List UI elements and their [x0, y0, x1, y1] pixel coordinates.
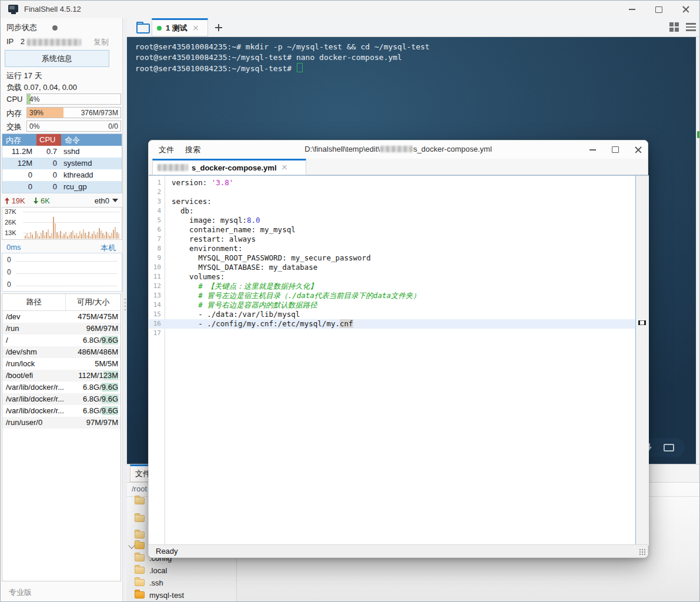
tab-close-icon[interactable]	[193, 25, 199, 31]
process-mem: 11.2M	[2, 146, 36, 158]
disk-row[interactable]: /var/lib/docker/r...6.8G/9.6G	[2, 405, 120, 417]
network-bar	[44, 235, 45, 239]
new-tab-button[interactable]	[214, 23, 223, 32]
line-number: 12	[149, 282, 161, 291]
process-row[interactable]: 12M0systemd	[2, 158, 122, 169]
disk-size-value: 97M/97M	[86, 418, 118, 427]
layout-grid-icon[interactable]	[669, 22, 679, 32]
terminal-line: root@ser435010084235:~# mkdir -p ~/mysql…	[135, 42, 430, 52]
maximize-button[interactable]	[645, 1, 672, 18]
ip-value-prefix: 2	[21, 37, 25, 46]
process-row[interactable]: 00kthreadd	[2, 169, 122, 181]
editor-maximize-button[interactable]	[612, 146, 619, 153]
editor-menu-item[interactable]: 搜索	[185, 145, 200, 155]
code-text: - ./config/my.cnf:/etc/mysql/my.cnf	[172, 319, 353, 329]
copy-ip-link[interactable]: 复制	[93, 37, 109, 48]
editor-scrollbar[interactable]	[635, 176, 649, 546]
disk-path: /dev	[2, 311, 66, 323]
main-menu-icon[interactable]	[686, 23, 696, 31]
code-token: '3.8'	[212, 178, 234, 187]
code-token: restart: always	[172, 235, 256, 243]
network-bar	[39, 236, 40, 239]
process-row[interactable]: 11.2M0.7sshd	[2, 146, 122, 158]
file-tree-item[interactable]: .local	[127, 564, 236, 577]
disk-row[interactable]: /dev475M/475M	[2, 311, 120, 323]
network-bar	[35, 231, 36, 239]
path-bar[interactable]: /root	[132, 484, 147, 493]
connections-button[interactable]	[133, 21, 153, 35]
disk-row[interactable]: /run96M/97M	[2, 323, 120, 335]
code-line: 4 db:	[149, 206, 635, 216]
ping-row: 0	[2, 280, 122, 289]
code-line: 3services:	[149, 197, 635, 206]
network-bar	[67, 236, 68, 239]
terminal-line: root@ser435010084235:~/mysql-test# nano …	[135, 52, 430, 63]
editor-content[interactable]: 1version: '3.8'23services:4 db:5 image: …	[149, 175, 649, 546]
system-info-button[interactable]: 系统信息	[5, 50, 109, 67]
code-token: container_name: my_mysql	[172, 225, 296, 234]
code-token: 8.0	[247, 216, 260, 225]
editor-minimize-button[interactable]	[590, 149, 596, 150]
editor-tab-close-icon[interactable]	[282, 165, 287, 170]
minimize-button[interactable]	[618, 1, 645, 18]
process-row[interactable]: 00rcu_gp	[2, 181, 122, 193]
code-token: volumes:	[172, 272, 225, 281]
monitor-icon[interactable]	[664, 444, 674, 452]
editor-tab-redacted	[158, 164, 188, 171]
network-bar	[48, 229, 49, 239]
network-header: 19K 6K eth0	[4, 196, 119, 206]
disk-size: 6.8G/9.6G	[66, 405, 118, 417]
ip-value-redacted	[27, 39, 81, 46]
network-bar	[78, 236, 79, 239]
editor-scrollbar-marker	[638, 320, 646, 325]
disk-row[interactable]: /run/lock5M/5M	[2, 358, 120, 370]
cpu-meter: 4%	[26, 93, 121, 105]
code-line: 7 restart: always	[149, 235, 635, 244]
disk-size-highlight: 9.6G	[102, 394, 118, 403]
line-number: 15	[149, 310, 161, 319]
folder-icon	[135, 542, 145, 549]
file-tree-item[interactable]: .ssh	[127, 577, 236, 589]
interface-selector[interactable]: eth0	[95, 196, 118, 205]
disk-row[interactable]: /dev/shm486M/486M	[2, 346, 120, 358]
folder-icon	[135, 497, 145, 504]
terminal-tabbar: 1 测试	[127, 18, 700, 37]
code-token	[172, 282, 198, 290]
process-table-header: 内存CPU命令	[2, 134, 122, 146]
network-bar	[95, 235, 96, 239]
close-button[interactable]	[672, 1, 699, 18]
disk-row[interactable]: /run/user/097M/97M	[2, 417, 120, 429]
disk-size: 486M/486M	[66, 346, 118, 358]
disk-path: /run/user/0	[2, 417, 66, 429]
editor-menu-item[interactable]: 文件	[159, 145, 174, 155]
terminal-tab[interactable]: 1 测试	[152, 18, 208, 36]
sidebar-resizer[interactable]	[122, 18, 127, 601]
network-bars	[25, 208, 120, 239]
code-line: 9 MYSQL_ROOT_PASSWORD: my_secure_passwor…	[149, 253, 635, 263]
cpu-label: CPU	[6, 95, 22, 103]
disk-row[interactable]: /var/lib/docker/r...6.8G/9.6G	[2, 393, 120, 405]
editor-close-button[interactable]	[635, 146, 642, 153]
resize-grip-icon[interactable]	[639, 549, 646, 556]
line-number: 2	[149, 188, 161, 197]
line-number: 17	[149, 329, 161, 338]
code-token: # 冒号左边是宿主机目录（./data代表当前目录下的data文件夹）	[198, 291, 420, 300]
code-token: services:	[172, 197, 212, 206]
editor-file-tab[interactable]: s_docker-compose.yml	[152, 159, 306, 175]
disk-row[interactable]: /6.8G/9.6G	[2, 335, 120, 346]
line-number: 11	[149, 272, 161, 282]
ping-value: 0	[7, 268, 11, 276]
line-number: 14	[149, 300, 161, 310]
disk-size: 6.8G/9.6G	[66, 335, 118, 346]
minimize-icon	[629, 9, 635, 10]
terminal-scrollbar[interactable]	[696, 37, 700, 464]
load-text: 负载 0.07, 0.04, 0.00	[6, 82, 77, 93]
network-bar	[81, 234, 82, 239]
disk-row[interactable]: /boot/efi112M/123M	[2, 370, 120, 382]
connected-dot-icon	[157, 26, 162, 31]
window-title: FinalShell 4.5.12	[24, 5, 81, 14]
network-bar	[79, 231, 81, 239]
file-tree-item[interactable]: mysql-test	[127, 589, 236, 601]
code-line: 10 MYSQL_DATABASE: my_database	[149, 263, 635, 272]
disk-row[interactable]: /var/lib/docker/r...6.8G/9.6G	[2, 382, 120, 393]
